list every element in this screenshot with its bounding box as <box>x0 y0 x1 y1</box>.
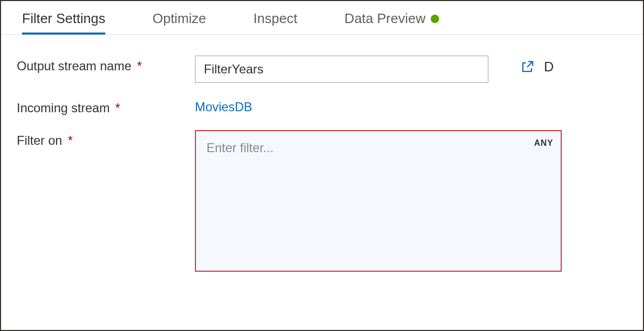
tab-label: Optimize <box>152 10 206 27</box>
tabs-bar: Filter Settings Optimize Inspect Data Pr… <box>1 1 643 35</box>
right-actions: D <box>520 56 554 75</box>
label-filter-on: Filter on * <box>17 130 195 148</box>
required-asterisk-icon: * <box>137 59 141 73</box>
trailing-text: D <box>544 59 554 75</box>
filter-expression-box: ANY <box>195 130 562 272</box>
output-stream-name-input[interactable] <box>195 56 488 83</box>
required-asterisk-icon: * <box>115 101 120 115</box>
tab-label: Data Preview <box>344 10 425 27</box>
label-output-stream-name: Output stream name * <box>17 56 195 73</box>
open-external-icon[interactable] <box>520 60 534 74</box>
tab-filter-settings[interactable]: Filter Settings <box>22 10 105 34</box>
incoming-stream-link[interactable]: MoviesDB <box>195 98 252 114</box>
tab-label: Filter Settings <box>22 10 105 27</box>
row-filter-on: Filter on * ANY <box>17 130 627 272</box>
label-text: Output stream name <box>17 59 132 73</box>
type-badge: ANY <box>534 138 553 148</box>
tab-inspect[interactable]: Inspect <box>254 10 298 34</box>
label-text: Incoming stream <box>17 101 110 115</box>
status-dot-icon <box>431 15 439 23</box>
row-incoming-stream: Incoming stream * MoviesDB <box>17 98 627 115</box>
form-area: Output stream name * D Incoming stream *… <box>1 35 643 272</box>
filter-expression-input[interactable] <box>196 131 561 271</box>
tab-optimize[interactable]: Optimize <box>152 10 206 34</box>
tab-data-preview[interactable]: Data Preview <box>344 10 439 34</box>
row-output-stream-name: Output stream name * D <box>17 56 627 83</box>
required-asterisk-icon: * <box>68 133 72 147</box>
label-incoming-stream: Incoming stream * <box>17 98 195 115</box>
label-text: Filter on <box>17 133 62 147</box>
tab-label: Inspect <box>254 10 298 27</box>
